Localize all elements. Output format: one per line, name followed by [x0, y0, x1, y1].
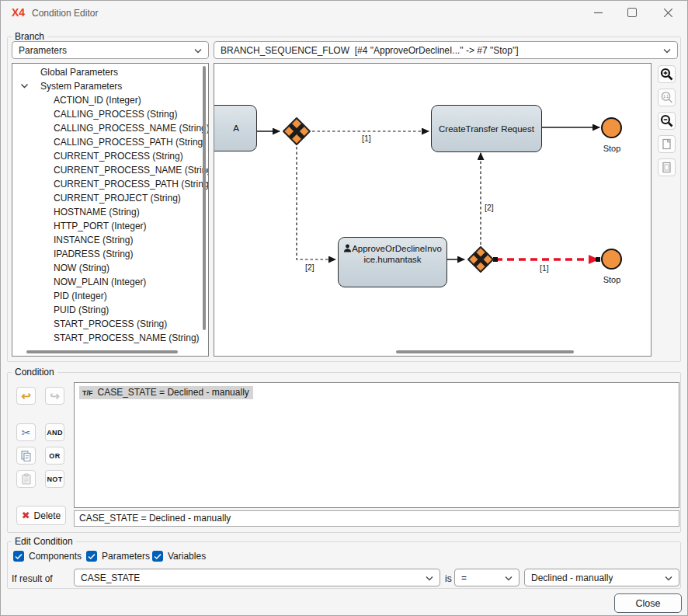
if-result-of-label: If result of	[12, 573, 53, 584]
tree-item[interactable]: START_PROCESS (String)	[54, 317, 167, 331]
or-operator-button[interactable]: OR	[45, 447, 64, 465]
tree-item[interactable]: PUID (String)	[54, 303, 109, 317]
edge-label: [2]	[304, 263, 315, 272]
tree-item[interactable]: HOSTNAME (String)	[54, 205, 140, 219]
minimize-icon	[594, 9, 603, 17]
maximize-button[interactable]	[616, 1, 648, 24]
tree-item[interactable]: Global Parameters	[40, 65, 118, 79]
tree-item[interactable]: INSTANCE (String)	[54, 233, 133, 247]
process-diagram-canvas[interactable]: A CreateTransfer Request Stop ApproveOrD…	[214, 63, 652, 357]
tree-item[interactable]: CURRENT_PROCESS_PATH (String)	[54, 177, 209, 191]
tree-item[interactable]: CALLING_PROCESS (String)	[54, 107, 177, 121]
tree-horizontal-scrollbar[interactable]	[26, 350, 178, 353]
gateway-xor-top[interactable]	[282, 117, 311, 146]
redo-icon: ↪	[50, 390, 60, 402]
task-node-a[interactable]: A	[214, 105, 257, 151]
condition-list[interactable]: T/FCASE_STATE = Declined - manually	[74, 382, 679, 508]
edit-condition-group-label: Edit Condition	[12, 536, 76, 547]
paste-button[interactable]	[16, 470, 36, 488]
chevron-down-icon	[194, 48, 202, 54]
task-node-approve-invoice[interactable]: ApproveOrDeclineInvoice.humantask	[338, 237, 447, 287]
check-icon	[15, 553, 23, 560]
svg-text:1:1: 1:1	[663, 94, 669, 99]
tree-item[interactable]: NOW (String)	[54, 261, 109, 275]
tree-item[interactable]: NOW_PLAIN (Integer)	[54, 275, 146, 289]
diagram-horizontal-scrollbar[interactable]	[396, 350, 574, 353]
value-combo[interactable]: Declined - manually	[524, 569, 679, 586]
title-bar: X4 Condition Editor	[1, 1, 687, 24]
task-node-create-transfer[interactable]: CreateTransfer Request	[431, 105, 542, 152]
components-checkbox[interactable]	[13, 551, 24, 562]
check-icon	[154, 553, 162, 560]
parameters-checkbox[interactable]	[86, 551, 97, 562]
tree-item[interactable]: ACTION_ID (Integer)	[54, 93, 141, 107]
tree-item[interactable]: IPADRESS (String)	[54, 247, 133, 261]
not-operator-button[interactable]: NOT	[45, 470, 64, 488]
close-icon	[664, 9, 672, 17]
tree-item[interactable]: PID (Integer)	[54, 289, 107, 303]
stop-event-bottom[interactable]	[601, 249, 622, 270]
zoom-in-icon	[660, 68, 673, 81]
window-title: Condition Editor	[32, 8, 98, 19]
variables-checkbox-label[interactable]: Variables	[168, 551, 206, 562]
undo-button[interactable]: ↩	[16, 387, 36, 405]
tree-item[interactable]: HTTP_PORT (Integer)	[54, 219, 147, 233]
condition-preview-field[interactable]: CASE_STATE = Declined - manually	[74, 510, 679, 527]
copy-button[interactable]	[16, 447, 36, 465]
fit-width-button[interactable]	[658, 158, 676, 176]
tree-item[interactable]: CURRENT_PROJECT (String)	[54, 191, 181, 205]
chevron-down-icon	[505, 576, 513, 581]
check-icon	[88, 553, 96, 560]
x4-logo: X4	[12, 6, 25, 19]
gateway-xor-bottom[interactable]	[467, 245, 495, 273]
fit-page-button[interactable]	[658, 135, 676, 153]
branch-flow-combo[interactable]: BRANCH_SEQUENCE_FLOW [#4 "ApproveOrDecli…	[214, 41, 678, 59]
tree-item[interactable]: CURRENT_PROCESS (String)	[54, 149, 183, 163]
variables-checkbox[interactable]	[152, 551, 163, 562]
is-label: is	[445, 573, 452, 584]
parameters-checkbox-label[interactable]: Parameters	[102, 551, 150, 562]
chevron-down-icon[interactable]	[20, 82, 29, 90]
zoom-out-icon	[660, 114, 673, 127]
minimize-button[interactable]	[582, 1, 614, 24]
close-button[interactable]: Close	[614, 593, 682, 613]
parameter-tree: Global Parameters System Parameters ACTI…	[12, 63, 209, 357]
scissors-icon: ✂	[22, 426, 31, 439]
tree-vertical-scrollbar[interactable]	[203, 66, 206, 330]
edge-label: [1]	[539, 263, 550, 273]
zoom-out-button[interactable]	[658, 112, 676, 130]
edge-label: [2]	[484, 203, 495, 212]
zoom-actual-size-button[interactable]: 1:1	[658, 89, 676, 106]
close-window-button[interactable]	[652, 1, 684, 24]
operator-combo[interactable]: =	[454, 569, 519, 586]
zoom-one-to-one-icon: 1:1	[660, 91, 673, 104]
edge-label: [1]	[361, 134, 372, 143]
branch-category-combo[interactable]: Parameters	[12, 41, 209, 59]
condition-editor-dialog: X4 Condition Editor Branch Parameters BR…	[0, 0, 688, 616]
tree-item[interactable]: CALLING_PROCESS_NAME (String)	[54, 121, 209, 135]
redo-button[interactable]: ↪	[45, 387, 64, 405]
chevron-down-icon	[663, 48, 671, 54]
stop-event-bottom-label: Stop	[595, 275, 629, 284]
filter-checkbox-row: Components Parameters Variables	[13, 551, 215, 563]
condition-list-item[interactable]: T/FCASE_STATE = Declined - manually	[79, 386, 253, 399]
components-checkbox-label[interactable]: Components	[29, 551, 82, 562]
tree-item[interactable]: START_PROCESS_NAME (String)	[54, 331, 200, 345]
page-outline-icon	[661, 162, 672, 173]
tree-item-system-parameters[interactable]: System Parameters	[40, 79, 122, 93]
zoom-in-button[interactable]	[658, 65, 676, 83]
true-false-badge: T/F	[82, 389, 93, 397]
tree-item[interactable]: CURRENT_PROCESS_NAME (String)	[54, 163, 209, 177]
result-source-combo[interactable]: CASE_STATE	[74, 569, 440, 586]
user-icon	[343, 244, 352, 252]
and-operator-button[interactable]: AND	[45, 423, 64, 441]
undo-icon: ↩	[21, 390, 31, 402]
copy-icon	[20, 450, 32, 461]
maximize-icon	[627, 8, 637, 17]
stop-event-top[interactable]	[601, 117, 622, 138]
delete-x-icon: ✖	[22, 510, 30, 521]
cut-button[interactable]: ✂	[16, 423, 36, 441]
delete-button[interactable]: ✖ Delete	[16, 506, 66, 525]
tree-item[interactable]: CALLING_PROCESS_PATH (String)	[54, 135, 206, 149]
condition-group-label: Condition	[12, 367, 57, 378]
